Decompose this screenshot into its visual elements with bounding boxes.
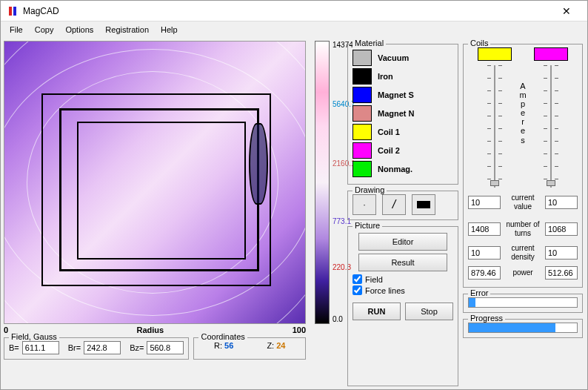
material-legend: Material <box>353 39 386 47</box>
close-button[interactable]: ✕ <box>552 4 581 19</box>
coil2-slider[interactable] <box>544 65 558 188</box>
draw-rect-button[interactable] <box>412 194 435 215</box>
material-item[interactable]: Nonmag. <box>353 161 453 177</box>
cv2-input[interactable] <box>545 196 578 209</box>
coils-legend: Coils <box>468 39 490 47</box>
cv1-input[interactable] <box>468 196 501 209</box>
scale-bar <box>315 41 330 324</box>
menu-options[interactable]: Options <box>59 24 99 36</box>
scale-tick: 0.0 <box>333 315 343 323</box>
material-label: Coil 2 <box>378 146 400 155</box>
material-swatch <box>353 87 372 103</box>
br-label: Br= <box>68 343 81 352</box>
color-scale: 14374.5 5640.7 2160.1 773.1 220.3 0.0 <box>310 41 343 386</box>
field-group: Field, Gauss B= Br= Bz= <box>4 337 189 360</box>
material-group: Material VacuumIronMagnet SMagnet NCoil … <box>347 44 458 185</box>
material-item[interactable]: Magnet N <box>353 105 453 122</box>
current-value-label: current value <box>504 194 542 211</box>
material-item[interactable]: Coil 1 <box>353 124 453 140</box>
t2-input[interactable] <box>545 222 578 236</box>
picture-group: Picture Editor Result Field Force lines … <box>347 226 458 386</box>
error-group: Error <box>463 294 583 313</box>
menubar: File Copy Options Registration Help <box>1 22 587 38</box>
error-bar <box>468 297 578 308</box>
material-swatch <box>353 124 372 140</box>
drawing-group: Drawing · / <box>347 191 458 220</box>
amperes-label: Amperes <box>519 82 526 145</box>
b-label: B= <box>9 343 19 352</box>
d1-input[interactable] <box>468 246 501 260</box>
p2-input[interactable] <box>545 266 578 280</box>
coil1-slider[interactable] <box>487 65 502 188</box>
coords-group: Coordinates R: 56 Z: 24 <box>193 337 306 360</box>
r-label: R: <box>214 341 222 350</box>
force-checkbox[interactable]: Force lines <box>353 285 453 295</box>
field-legend: Field, Gauss <box>9 332 59 341</box>
coil1-swatch <box>478 47 512 61</box>
menu-file[interactable]: File <box>4 24 29 36</box>
result-button[interactable]: Result <box>358 254 447 271</box>
run-button[interactable]: RUN <box>353 303 401 320</box>
material-swatch <box>353 142 372 159</box>
bz-label: Bz= <box>130 343 144 352</box>
z-label: Z: <box>267 341 274 350</box>
progress-group: Progress <box>463 319 583 338</box>
bz-input[interactable] <box>147 341 184 354</box>
window-title: MagCAD <box>23 6 552 16</box>
progress-legend: Progress <box>468 314 505 323</box>
density-label: current density <box>504 244 542 262</box>
drawing-legend: Drawing <box>353 185 387 194</box>
field-checkbox[interactable]: Field <box>353 274 453 284</box>
coords-legend: Coordinates <box>198 332 247 341</box>
axis-max: 100 <box>293 325 306 334</box>
svg-rect-0 <box>9 7 12 16</box>
material-label: Iron <box>378 72 393 81</box>
material-label: Coil 1 <box>378 128 400 136</box>
draw-line-button[interactable]: / <box>382 194 406 215</box>
material-label: Magnet S <box>378 90 414 99</box>
turns-label: number of turns <box>504 220 542 238</box>
material-item[interactable]: Coil 2 <box>353 142 453 159</box>
power-label: power <box>504 268 542 277</box>
error-legend: Error <box>468 288 490 297</box>
b-input[interactable] <box>22 341 59 354</box>
stop-button[interactable]: Stop <box>405 303 453 320</box>
simulation-canvas[interactable] <box>4 41 306 324</box>
menu-registration[interactable]: Registration <box>99 24 155 36</box>
draw-dot-button[interactable]: · <box>353 194 376 215</box>
svg-rect-1 <box>13 7 16 16</box>
material-item[interactable]: Vacuum <box>353 50 453 66</box>
d2-input[interactable] <box>545 246 578 260</box>
material-item[interactable]: Iron <box>353 68 453 85</box>
material-label: Vacuum <box>378 53 409 62</box>
material-swatch <box>353 105 372 122</box>
menu-help[interactable]: Help <box>155 24 184 36</box>
material-swatch <box>353 161 372 177</box>
z-value: 24 <box>276 341 285 350</box>
t1-input[interactable] <box>468 222 501 236</box>
picture-legend: Picture <box>353 221 382 230</box>
app-icon <box>7 5 19 17</box>
material-swatch <box>353 68 372 85</box>
p1-input[interactable] <box>468 266 501 280</box>
progress-bar <box>468 323 578 333</box>
material-label: Nonmag. <box>378 165 412 173</box>
coils-group: Coils Amperes <box>463 44 583 288</box>
br-input[interactable] <box>84 341 121 354</box>
material-swatch <box>353 50 372 66</box>
editor-button[interactable]: Editor <box>358 233 447 251</box>
coil2-swatch <box>534 47 568 61</box>
material-label: Magnet N <box>378 109 415 118</box>
titlebar: MagCAD ✕ <box>1 1 587 22</box>
material-item[interactable]: Magnet S <box>353 87 453 103</box>
menu-copy[interactable]: Copy <box>29 24 60 36</box>
app-window: MagCAD ✕ File Copy Options Registration … <box>0 0 588 390</box>
r-value: 56 <box>224 341 233 350</box>
